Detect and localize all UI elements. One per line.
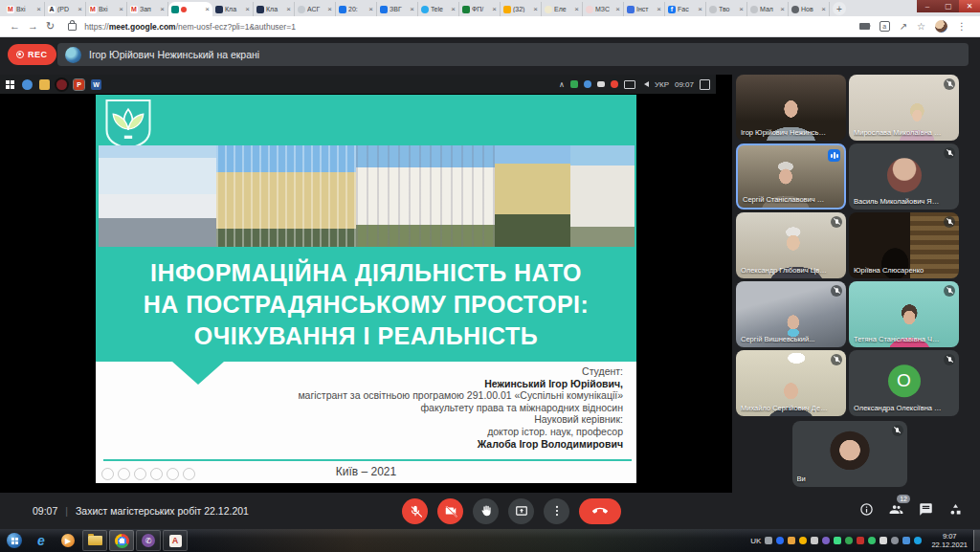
taskbar-clock[interactable]: 9:07 22.12.2021 bbox=[931, 532, 968, 549]
tab-close-icon[interactable]: × bbox=[615, 6, 620, 13]
browser-tab[interactable]: Нов× bbox=[789, 2, 830, 16]
browser-tab[interactable]: × bbox=[168, 2, 212, 16]
start-button[interactable] bbox=[2, 530, 27, 551]
browser-tab[interactable]: Еле× bbox=[542, 2, 583, 16]
maximize-button[interactable]: ▢ bbox=[938, 0, 959, 12]
browser-tab[interactable]: MЗап× bbox=[127, 2, 168, 16]
browser-tab[interactable]: 20:× bbox=[336, 2, 377, 16]
chrome-icon[interactable] bbox=[109, 530, 134, 551]
show-desktop-button[interactable] bbox=[973, 530, 980, 551]
participant-tile[interactable]: Сергій Станіславович Тро... bbox=[736, 144, 846, 210]
tray-icon[interactable] bbox=[845, 537, 853, 544]
browser-tab[interactable]: A(PD× bbox=[45, 2, 86, 16]
tab-close-icon[interactable]: × bbox=[533, 6, 538, 13]
media-player-icon[interactable]: ▶ bbox=[56, 530, 80, 551]
browser-tab[interactable]: МЗС× bbox=[583, 2, 624, 16]
acrobat-icon[interactable]: A bbox=[163, 530, 188, 551]
tab-close-icon[interactable]: × bbox=[368, 6, 373, 13]
browser-tab[interactable]: Кла× bbox=[254, 2, 295, 16]
tray-icon[interactable] bbox=[799, 537, 807, 544]
tray-icon[interactable] bbox=[868, 537, 876, 544]
tab-close-icon[interactable]: × bbox=[410, 6, 414, 13]
camera-toggle-button[interactable] bbox=[437, 498, 463, 524]
tab-close-icon[interactable]: × bbox=[451, 6, 456, 13]
tray-icon[interactable] bbox=[811, 537, 818, 544]
more-options-button[interactable] bbox=[544, 498, 569, 524]
raise-hand-button[interactable] bbox=[473, 498, 499, 524]
tray-icon[interactable] bbox=[834, 537, 841, 544]
share-icon[interactable]: ↗ bbox=[900, 22, 907, 32]
tab-close-icon[interactable]: × bbox=[821, 6, 826, 13]
present-screen-button[interactable] bbox=[508, 498, 534, 524]
browser-tab[interactable]: Tele× bbox=[418, 2, 459, 16]
tray-icon[interactable] bbox=[891, 537, 899, 544]
tab-capture-icon[interactable] bbox=[859, 23, 870, 30]
tab-close-icon[interactable]: × bbox=[36, 6, 41, 13]
file-explorer-icon[interactable] bbox=[82, 530, 107, 551]
browser-tab[interactable]: ЗВГ× bbox=[377, 2, 418, 16]
reload-button[interactable]: ↻ bbox=[46, 21, 55, 32]
mic-toggle-button[interactable] bbox=[402, 498, 428, 524]
viber-icon[interactable]: ✆ bbox=[136, 530, 161, 551]
browser-tab[interactable]: ФП/× bbox=[459, 2, 501, 16]
tab-close-icon[interactable]: × bbox=[657, 6, 661, 13]
participant-tile[interactable]: OОлександра Олексіївна Са... bbox=[849, 350, 959, 416]
tray-icon[interactable] bbox=[880, 537, 887, 544]
participant-tile[interactable]: Ви bbox=[792, 421, 907, 487]
tray-icon[interactable] bbox=[776, 537, 784, 544]
participant-tile[interactable]: Юріївна Слюсаренко bbox=[849, 212, 959, 278]
tab-close-icon[interactable]: × bbox=[286, 6, 291, 13]
tray-icon[interactable] bbox=[857, 537, 864, 544]
chat-button[interactable] bbox=[919, 502, 933, 520]
tab-close-icon[interactable]: × bbox=[78, 6, 82, 13]
tab-close-icon[interactable]: × bbox=[739, 6, 744, 13]
tray-icon[interactable] bbox=[765, 537, 772, 544]
back-button[interactable]: ← bbox=[10, 21, 20, 32]
browser-tab[interactable]: MВхі× bbox=[86, 2, 127, 16]
browser-tab[interactable]: Тво× bbox=[706, 2, 747, 16]
bookmark-star-icon[interactable]: ☆ bbox=[917, 22, 925, 32]
tray-icon[interactable] bbox=[914, 537, 922, 544]
profile-avatar[interactable] bbox=[935, 20, 947, 33]
close-button[interactable]: ✕ bbox=[959, 0, 980, 12]
translate-icon[interactable]: а bbox=[880, 21, 890, 32]
tab-close-icon[interactable]: × bbox=[574, 6, 579, 13]
internet-explorer-icon[interactable]: e bbox=[29, 530, 54, 551]
end-call-button[interactable] bbox=[579, 498, 621, 524]
tab-close-icon[interactable]: × bbox=[327, 6, 332, 13]
tray-icon[interactable] bbox=[788, 537, 795, 544]
tray-icon[interactable] bbox=[822, 537, 830, 544]
participant-tile[interactable]: Ігор Юрійович Нежинський bbox=[736, 75, 846, 141]
forward-button[interactable]: → bbox=[28, 21, 38, 32]
participant-tile[interactable]: Сергій Вишневський... bbox=[736, 281, 846, 347]
tab-close-icon[interactable]: × bbox=[205, 6, 210, 13]
browser-tab[interactable]: Мал× bbox=[747, 2, 789, 16]
participant-tile[interactable]: Михайло Сергійович Дегт... bbox=[736, 350, 846, 416]
participant-tile[interactable]: Тетяна Станіславівна Чаб... bbox=[849, 281, 959, 347]
tab-close-icon[interactable]: × bbox=[160, 6, 165, 13]
meeting-details-button[interactable] bbox=[859, 502, 874, 520]
language-indicator[interactable]: UK bbox=[750, 537, 761, 545]
participants-button[interactable]: 12 bbox=[889, 502, 903, 520]
minimize-button[interactable]: – bbox=[917, 0, 938, 12]
tab-close-icon[interactable]: × bbox=[780, 6, 785, 13]
tab-close-icon[interactable]: × bbox=[698, 6, 702, 13]
tab-close-icon[interactable]: × bbox=[119, 6, 123, 13]
tab-close-icon[interactable]: × bbox=[492, 6, 497, 13]
browser-tab[interactable]: Кла× bbox=[212, 2, 254, 16]
participant-tile[interactable]: Олександр Глібович Цвєт... bbox=[736, 212, 846, 278]
browser-tab[interactable]: Інст× bbox=[624, 2, 665, 16]
address-bar[interactable]: https://meet.google.com/nem-uosf-ecz?pli… bbox=[84, 22, 851, 32]
new-tab-button[interactable]: + bbox=[833, 2, 846, 15]
participant-tile[interactable]: Василь Миколайович Ябло... bbox=[849, 144, 959, 210]
tray-icon[interactable] bbox=[902, 537, 910, 544]
browser-tab[interactable]: fFac× bbox=[665, 2, 706, 16]
browser-tab[interactable]: АСГ× bbox=[295, 2, 336, 16]
browser-menu-icon[interactable]: ⋮ bbox=[957, 22, 967, 32]
participant-tile[interactable]: Мирослава Миколаївна М... bbox=[849, 75, 959, 141]
tab-close-icon[interactable]: × bbox=[245, 6, 250, 13]
browser-tab[interactable]: MВхі× bbox=[4, 2, 45, 16]
rec-extension-badge[interactable]: REC bbox=[8, 44, 56, 65]
activities-button[interactable] bbox=[948, 502, 963, 520]
browser-tab[interactable]: (32)× bbox=[501, 2, 542, 16]
